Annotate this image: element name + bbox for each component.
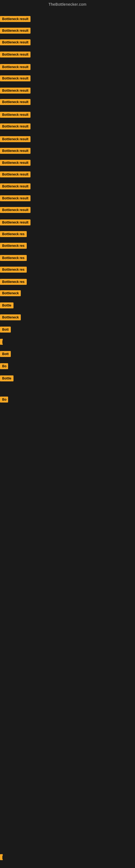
bottleneck-badge-8[interactable]: Bottleneck result [0,99,31,105]
bottleneck-badge-26[interactable]: Bottleneck [0,314,21,320]
badge-row-12: Bottleneck result [0,148,31,155]
badge-row-2: Bottleneck result [0,28,31,35]
badge-row-10: Bottleneck result [0,123,31,130]
badge-row-27: Bott [0,327,11,334]
badge-row-31: Bottle [0,375,13,382]
bottleneck-badge-5[interactable]: Bottleneck result [0,64,31,70]
badge-row-13: Bottleneck result [0,160,31,167]
badge-row-32: Bo [0,397,8,404]
bottleneck-badge-3[interactable]: Bottleneck result [0,39,31,45]
badge-row-30: Bo [0,363,8,370]
badge-row-8: Bottleneck result [0,99,31,106]
badge-row-18: Bottleneck result [0,219,31,226]
bottleneck-badge-25[interactable]: Bottle [0,303,13,308]
site-title: TheBottlenecker.com [0,0,135,9]
bottleneck-badge-21[interactable]: Bottleneck res [0,255,27,261]
badge-row-25: Bottle [0,303,13,310]
badge-row-9: Bottleneck result [0,112,31,119]
badge-row-28: | [0,339,3,346]
badge-row-22: Bottleneck res [0,267,27,274]
bottleneck-badge-12[interactable]: Bottleneck result [0,148,31,154]
badge-row-20: Bottleneck res [0,243,27,250]
bottleneck-badge-1[interactable]: Bottleneck result [0,16,31,22]
badge-row-11: Bottleneck result [0,136,31,143]
badge-row-33: | [0,854,3,861]
bottleneck-badge-28[interactable]: | [0,339,3,345]
badge-row-4: Bottleneck result [0,52,31,59]
bottleneck-badge-22[interactable]: Bottleneck res [0,267,27,273]
badge-row-23: Bottleneck res [0,279,27,286]
bottleneck-badge-13[interactable]: Bottleneck result [0,160,31,166]
bottleneck-badge-23[interactable]: Bottleneck res [0,279,27,285]
bottleneck-badge-27[interactable]: Bott [0,327,11,333]
bottleneck-badge-33[interactable]: | [0,854,3,860]
bottleneck-badge-16[interactable]: Bottleneck result [0,195,31,201]
bottleneck-badge-18[interactable]: Bottleneck result [0,219,31,225]
bottleneck-badge-20[interactable]: Bottleneck res [0,243,27,249]
badge-row-17: Bottleneck result [0,207,31,214]
badge-row-3: Bottleneck result [0,39,31,46]
badge-row-21: Bottleneck res [0,255,27,262]
bottleneck-badge-4[interactable]: Bottleneck result [0,52,31,58]
bottleneck-badge-15[interactable]: Bottleneck result [0,183,31,189]
bottleneck-badge-14[interactable]: Bottleneck result [0,172,31,177]
bottleneck-badge-31[interactable]: Bottle [0,375,13,381]
bottleneck-badge-17[interactable]: Bottleneck result [0,207,31,213]
badge-row-26: Bottleneck [0,314,21,321]
badge-row-5: Bottleneck result [0,64,31,71]
badge-row-24: Bottleneck [0,290,21,297]
bottleneck-badge-2[interactable]: Bottleneck result [0,28,31,34]
bottleneck-badge-6[interactable]: Bottleneck result [0,75,31,82]
bottleneck-badge-19[interactable]: Bottleneck res [0,231,27,237]
bottleneck-badge-24[interactable]: Bottleneck [0,290,21,296]
bottleneck-badge-9[interactable]: Bottleneck result [0,112,31,118]
bottleneck-badge-7[interactable]: Bottleneck result [0,88,31,94]
badge-row-1: Bottleneck result [0,16,31,23]
badge-row-7: Bottleneck result [0,88,31,95]
badge-row-16: Bottleneck result [0,195,31,203]
bottleneck-badge-11[interactable]: Bottleneck result [0,136,31,142]
badge-row-19: Bottleneck res [0,231,27,238]
badge-row-14: Bottleneck result [0,172,31,179]
bottleneck-badge-10[interactable]: Bottleneck result [0,123,31,129]
bottleneck-badge-32[interactable]: Bo [0,397,8,403]
badge-row-29: Bott [0,351,11,358]
badge-row-6: Bottleneck result [0,75,31,83]
badge-row-15: Bottleneck result [0,183,31,190]
bottleneck-badge-30[interactable]: Bo [0,363,8,369]
bottleneck-badge-29[interactable]: Bott [0,351,11,357]
